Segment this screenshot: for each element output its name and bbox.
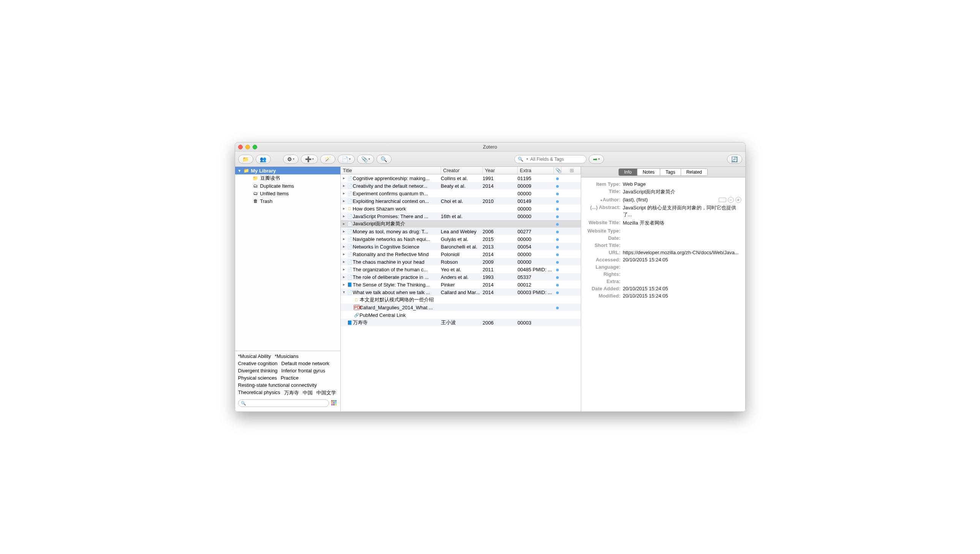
locate-button[interactable]: ➡▾ [589,154,604,164]
tag[interactable]: 中国 [303,390,313,396]
col-attachment-icon[interactable]: 📎 [554,167,562,174]
item-row[interactable]: ►📄Navigable networks as Nash equi...Guly… [341,235,581,243]
tag[interactable]: Divergent thinking [238,368,278,374]
sidebar-item[interactable]: 📁豆瓣读书 [235,174,340,182]
sync-button[interactable]: 🔄 [727,154,742,164]
disclosure-triangle[interactable]: ► [342,176,347,180]
disclosure-triangle[interactable]: ► [342,184,347,188]
item-row[interactable]: ►📄JavaScript面向对象简介 [341,220,581,228]
field-value[interactable]: 20/10/2015 15:24:05 [623,293,741,299]
field-value[interactable]: Mozilla 开发者网络 [623,220,741,226]
tag[interactable]: Inferior frontal gyrus [282,368,326,374]
disclosure-triangle[interactable]: ► [342,260,347,264]
item-creator: Pinker [441,282,483,288]
disclosure-triangle[interactable]: ▼ [237,169,242,173]
item-row[interactable]: 🗒本文是对默认模式网络的一些介绍 [341,296,581,304]
disclosure-triangle[interactable]: ► [342,199,347,203]
tag[interactable]: Physical sciences [238,375,277,381]
field-value[interactable]: (last), (first) [623,197,719,202]
tag-search-box[interactable]: 🔍 [238,400,329,407]
tag[interactable]: 中国文学 [317,390,336,396]
item-row[interactable]: ►📄Cognitive apprenticeship: making...Col… [341,174,581,182]
tag-search-input[interactable] [246,401,326,406]
add-author-button[interactable]: + [735,197,741,203]
item-row[interactable]: ►📄The role of deliberate practice in ...… [341,273,581,281]
tab-tags[interactable]: Tags [660,169,681,175]
col-extra[interactable]: Extra [518,167,554,174]
item-row[interactable]: 🔗PubMed Central Link [341,311,581,319]
item-row[interactable]: ►📄Networks in Cognitive ScienceBaronchel… [341,243,581,250]
tag[interactable]: Theoretical physics [238,390,280,396]
disclosure-triangle[interactable]: ► [342,229,347,233]
disclosure-triangle[interactable]: ► [342,207,347,210]
disclosure-triangle[interactable]: ► [342,275,347,279]
sidebar-item[interactable]: 🗂Unfiled Items [235,189,340,197]
item-row[interactable]: ▼📄What we talk about when we talk ...Cal… [341,288,581,296]
tag[interactable]: Resting-state functional connectivity [238,382,317,388]
col-title[interactable]: Title [341,167,441,174]
item-row[interactable]: ►📄Rationality and the Reflective MindPol… [341,250,581,258]
sidebar-item[interactable]: 🗂Duplicate Items [235,182,340,189]
field-value[interactable]: https://developer.mozilla.org/zh-CN/docs… [623,250,741,255]
item-row[interactable]: ►📄JavaScript Promises: There and ...16th… [341,212,581,220]
new-item-button[interactable]: ➕▾ [301,154,318,164]
advanced-search-button[interactable]: 🔍 [376,154,391,164]
field-row: Website Type: [585,227,741,234]
tag[interactable]: *Musical Ability [238,353,271,359]
field-value[interactable]: JavaScript面向对象简介 [623,188,741,195]
remove-author-button[interactable]: − [728,197,734,203]
item-row[interactable]: ►🗒How does Shazam work00000 [341,205,581,212]
item-creator: Collins et al. [441,175,483,181]
tag[interactable]: 万寿寺 [284,390,299,396]
tag[interactable]: Practice [281,375,299,381]
disclosure-triangle[interactable]: ► [342,237,347,241]
author-type-toggle[interactable] [719,197,726,202]
col-menu-icon[interactable]: ⊞ [562,167,581,174]
tag-color-picker[interactable] [331,400,337,406]
col-creator[interactable]: Creator [441,167,483,174]
disclosure-triangle[interactable]: ► [342,267,347,271]
actions-menu-button[interactable]: ⚙▾ [283,154,299,164]
item-row[interactable]: ►📄The chaos machine in your headRobson20… [341,258,581,266]
tag[interactable]: Default mode network [282,361,329,366]
item-extra: 00000 [518,259,554,265]
disclosure-triangle[interactable]: ► [342,222,347,226]
field-value[interactable]: Web Page [623,181,741,187]
search-scope-caret[interactable]: ▾ [527,157,528,161]
item-row[interactable]: PDFCallard_Margulies_2014_What ... [341,304,581,311]
item-row[interactable]: ►📘The Sense of Style: The Thinking...Pin… [341,281,581,288]
field-value[interactable]: 20/10/2015 15:24:05 [623,257,741,263]
item-row[interactable]: 📘万寿寺王小波200600003 [341,319,581,326]
tag[interactable]: *Musicians [275,353,299,359]
col-year[interactable]: Year [483,167,518,174]
item-row[interactable]: ►📄Exploiting hierarchical context on...C… [341,197,581,205]
item-row[interactable]: ►📄Experiment confirms quantum th...00000 [341,189,581,197]
disclosure-triangle[interactable]: ► [342,252,347,256]
tab-info[interactable]: Info [619,169,637,175]
disclosure-triangle[interactable]: ► [342,245,347,248]
new-collection-button[interactable]: 📁 [238,154,253,164]
new-group-button[interactable]: 👥 [256,154,271,164]
tag[interactable]: Creative cognition [238,361,278,366]
app-window: Zotero 📁 👥 ⚙▾ ➕▾ 🪄 📄▾ 📎▾ 🔍 🔍▾ ➡▾ 🔄 ▼📁My … [235,142,746,412]
item-row[interactable]: ►📄Money as tool, money as drug: T...Lea … [341,228,581,235]
search-box[interactable]: 🔍▾ [514,155,587,163]
tab-related[interactable]: Related [681,169,707,175]
search-input[interactable] [530,156,587,162]
item-row[interactable]: ►📄The organization of the human c...Yeo … [341,266,581,273]
tab-notes[interactable]: Notes [637,169,660,175]
disclosure-triangle[interactable]: ▼ [342,290,347,294]
disclosure-triangle[interactable]: ► [342,283,347,287]
disclosure-triangle[interactable]: ► [342,191,347,195]
new-note-button[interactable]: 📄▾ [338,154,355,164]
add-by-id-button[interactable]: 🪄 [320,154,336,164]
chevron-down-icon[interactable]: ▾ [601,199,602,202]
item-row[interactable]: ►📄Creativity and the default networ...Be… [341,182,581,189]
field-value[interactable]: JavaScript 的核心是支持面向对象的，同时它也提供了... [623,204,741,218]
item-title: Creativity and the default networ... [353,183,441,189]
field-value[interactable]: 20/10/2015 15:24:05 [623,286,741,291]
sidebar-item[interactable]: ▼📁My Library [235,167,340,174]
add-attachment-button[interactable]: 📎▾ [357,154,374,164]
disclosure-triangle[interactable]: ► [342,214,347,218]
sidebar-item[interactable]: 🗑Trash [235,197,340,205]
